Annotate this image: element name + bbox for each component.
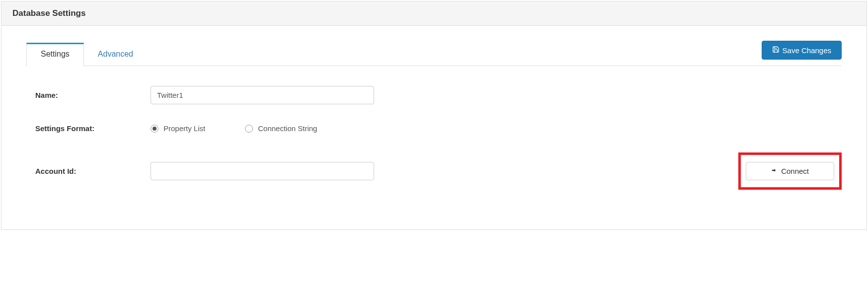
page-title: Database Settings (12, 8, 856, 18)
radio-connection-string-label: Connection String (258, 124, 317, 133)
radio-property-list[interactable]: Property List (151, 124, 205, 133)
radio-property-list-label: Property List (163, 124, 205, 133)
sign-in-icon (771, 167, 778, 175)
save-icon (772, 46, 780, 55)
tabs-row: Settings Advanced Save Changes (26, 41, 842, 66)
database-settings-panel: Database Settings Settings Advanced (1, 1, 867, 230)
connect-highlight: Connect (738, 152, 842, 190)
account-id-row: Account Id: Connect (26, 152, 842, 190)
radio-connection-string[interactable]: Connection String (245, 124, 317, 133)
settings-format-radios: Property List Connection String (151, 124, 317, 133)
account-id-input[interactable] (151, 162, 374, 180)
connect-button[interactable]: Connect (746, 162, 834, 180)
settings-format-row: Settings Format: Property List Connectio… (26, 124, 842, 133)
tab-settings[interactable]: Settings (26, 43, 84, 66)
save-button-label: Save Changes (783, 46, 831, 55)
panel-body: Settings Advanced Save Changes Name: (1, 26, 867, 229)
tab-settings-label: Settings (41, 50, 70, 58)
name-input[interactable] (151, 86, 374, 104)
tabs-container: Settings Advanced (26, 43, 147, 66)
account-id-label: Account Id: (26, 167, 151, 175)
settings-format-label: Settings Format: (26, 124, 151, 133)
tab-advanced[interactable]: Advanced (84, 43, 147, 66)
radio-circle-icon (151, 125, 158, 133)
radio-circle-icon (245, 125, 253, 133)
tab-advanced-label: Advanced (98, 50, 133, 58)
name-row: Name: (26, 86, 842, 104)
account-id-input-wrap (151, 162, 374, 180)
name-label: Name: (26, 91, 151, 99)
save-changes-button[interactable]: Save Changes (762, 41, 842, 60)
account-id-left: Account Id: (26, 162, 374, 180)
connect-button-label: Connect (781, 167, 809, 175)
name-input-wrap (151, 86, 374, 104)
panel-header: Database Settings (1, 1, 867, 26)
